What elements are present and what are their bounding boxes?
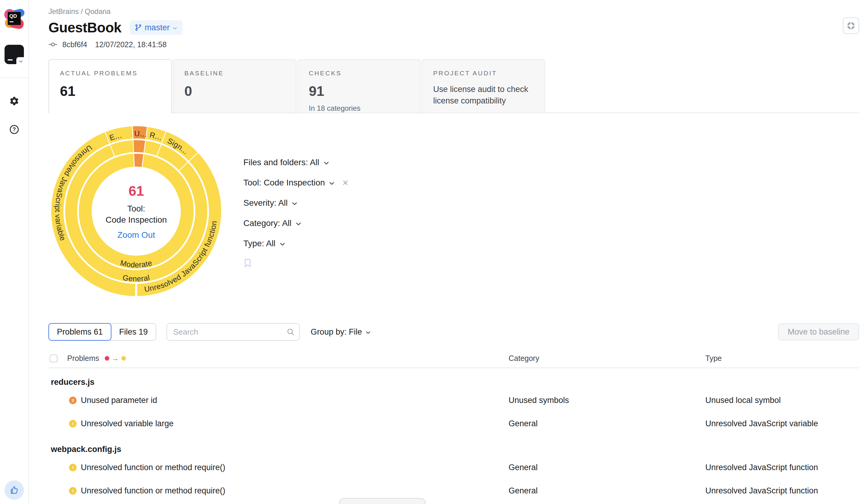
settings-button[interactable]: [9, 96, 20, 107]
chevron-down-icon: [291, 200, 298, 207]
help-button[interactable]: ?: [9, 124, 20, 135]
problem-category: General: [509, 463, 705, 472]
table-header-divider: [49, 368, 859, 368]
question-icon: ?: [9, 124, 19, 135]
problem-category: General: [509, 419, 705, 428]
report-tabs: ACTUAL PROBLEMS 61 BASELINE 0 CHECKS 91 …: [49, 59, 859, 113]
filter-panel: Files and folders: All Tool: Code Inspec…: [243, 123, 349, 299]
filter-label: Files and folders: All: [243, 157, 319, 167]
git-branch-icon: [135, 24, 142, 31]
bookmark-icon: [243, 259, 252, 268]
sunburst-ring-label: General: [122, 273, 150, 283]
sunburst-ring-label: U...: [134, 129, 148, 138]
sidebar: QD ?: [0, 0, 29, 504]
commit-timestamp: 12/07/2022, 18:41:58: [95, 40, 167, 49]
severity-moderate-icon: !: [69, 464, 77, 471]
filter-files-and-folders[interactable]: Files and folders: All: [243, 157, 330, 167]
tab-label: BASELINE: [184, 69, 285, 77]
save-filter-bookmark-button[interactable]: [243, 259, 253, 269]
filter-severity[interactable]: Severity: All: [243, 198, 298, 208]
problem-type: Unresolved JavaScript variable: [705, 419, 859, 428]
tab-baseline[interactable]: BASELINE 0: [173, 59, 296, 112]
show-more-button[interactable]: [339, 498, 426, 504]
search-input[interactable]: [167, 323, 300, 341]
problems-view-button[interactable]: Problems 61: [49, 323, 111, 341]
yellow-severity-dot: [121, 356, 126, 361]
problem-type: Unresolved JavaScript function: [705, 486, 859, 495]
filter-category[interactable]: Category: All: [243, 218, 302, 228]
breadcrumb[interactable]: JetBrains / Qodana: [49, 0, 859, 16]
chevron-down-icon: [295, 220, 302, 227]
tab-project-audit[interactable]: PROJECT AUDIT Use license audit to check…: [422, 59, 545, 112]
column-type: Type: [705, 354, 859, 363]
zoom-out-link[interactable]: Zoom Out: [117, 230, 155, 240]
severity-moderate-icon: !: [69, 420, 77, 427]
group-by-selector[interactable]: Group by: File: [311, 327, 371, 337]
chevron-down-icon: [279, 241, 286, 248]
project-avatar[interactable]: [4, 45, 24, 64]
file-group-header[interactable]: reducers.js: [49, 375, 859, 389]
move-to-baseline-button[interactable]: Move to baseline: [778, 324, 859, 340]
svg-text:?: ?: [13, 127, 16, 132]
select-all-checkbox[interactable]: [50, 354, 57, 362]
filter-tool[interactable]: Tool: Code Inspection: [243, 178, 349, 188]
filter-type[interactable]: Type: All: [243, 238, 286, 249]
tab-label: CHECKS: [309, 69, 409, 77]
tab-value: 0: [184, 83, 285, 99]
filter-label: Category: All: [243, 218, 291, 228]
sidebar-divider: [0, 77, 29, 78]
problem-text: Unresolved function or method require(): [81, 463, 225, 472]
tab-value: 91: [309, 83, 409, 99]
arrow-right-icon: →: [112, 355, 119, 362]
branch-selector[interactable]: master: [130, 20, 183, 35]
column-problems: Problems: [67, 354, 99, 363]
chevron-down-icon: [365, 329, 371, 336]
table-row[interactable]: ! Unresolved function or method require(…: [49, 456, 859, 479]
sunburst-chart[interactable]: E...U...R...Sign...Unresolved JavaScript…: [49, 123, 224, 299]
view-switcher: Problems 61 Files 19: [49, 323, 156, 341]
problem-text: Unresolved function or method require(): [81, 486, 225, 495]
table-row[interactable]: ! Unresolved function or method require(…: [49, 479, 859, 503]
project-switcher-chevron-icon[interactable]: [17, 57, 25, 66]
problem-category: Unused symbols: [509, 396, 705, 405]
problem-category: General: [509, 486, 705, 495]
table-header: Problems → Category Type: [49, 354, 859, 363]
page-title: GuestBook: [49, 19, 121, 36]
tab-subtext: In 18 categories: [309, 104, 409, 112]
qodana-report-page: QD ? Jet: [0, 0, 867, 504]
column-category: Category: [509, 354, 705, 363]
chevron-down-icon: [323, 160, 330, 166]
problem-text: Unused parameter id: [81, 396, 157, 405]
commit-hash[interactable]: 8cbf6f4: [62, 40, 87, 49]
table-row[interactable]: ! Unresolved variable large General Unre…: [49, 412, 859, 435]
tab-actual-problems[interactable]: ACTUAL PROBLEMS 61: [49, 59, 172, 113]
tab-value: 61: [60, 83, 160, 99]
sunburst-segment[interactable]: [78, 153, 194, 269]
tab-checks[interactable]: CHECKS 91 In 18 categories: [297, 59, 421, 112]
gear-icon: [9, 96, 19, 106]
table-row[interactable]: !! Unused parameter id Unused symbols Un…: [49, 389, 859, 412]
severity-high-icon: !!: [69, 397, 77, 404]
file-group-header[interactable]: webpack.config.js: [49, 442, 859, 456]
sunburst-segment[interactable]: [133, 140, 146, 153]
qodana-logo-icon[interactable]: QD: [5, 9, 24, 28]
lifebuoy-icon: [847, 21, 855, 30]
red-severity-dot: [105, 356, 109, 361]
chevron-down-icon: [329, 180, 335, 187]
tab-label: ACTUAL PROBLEMS: [60, 69, 160, 77]
filter-label: Type: All: [243, 239, 276, 248]
commit-icon: [49, 40, 57, 49]
thumbs-up-icon: [9, 485, 19, 495]
severity-moderate-icon: !: [69, 487, 77, 495]
problem-type: Unresolved JavaScript function: [705, 463, 859, 472]
group-by-label: Group by: File: [311, 327, 362, 337]
main-content: JetBrains / Qodana GuestBook master 8cbf…: [29, 0, 867, 504]
files-view-button[interactable]: Files 19: [108, 323, 157, 341]
close-icon[interactable]: [342, 179, 349, 186]
chevron-down-icon: [172, 25, 178, 31]
support-button[interactable]: [843, 18, 859, 34]
severity-sort-control[interactable]: →: [105, 355, 126, 362]
logo-text: QD: [9, 13, 17, 19]
feedback-button[interactable]: [4, 480, 24, 500]
search-icon: [286, 328, 295, 336]
